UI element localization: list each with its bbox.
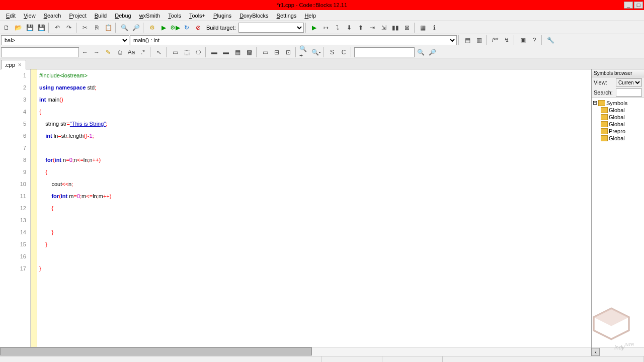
block2-icon[interactable]: ▬ [220,47,231,58]
tree-item[interactable]: Global [593,107,643,114]
tree-item[interactable]: Prepro [593,128,643,135]
zoom-in-icon[interactable]: 🔍+ [299,47,310,58]
save-icon[interactable]: 💾 [24,22,35,33]
doxy-html-icon[interactable]: ▣ [517,35,528,46]
copy-icon[interactable]: ⎘ [91,22,102,33]
loop-icon[interactable]: ⎔ [193,47,204,58]
regex-icon[interactable]: .* [137,47,148,58]
match-case-icon[interactable]: Aa [126,47,137,58]
code-area[interactable]: #include<iostream>using namespace std;in… [37,69,591,347]
symbols-tree[interactable]: ⊟ Symbols GlobalGlobalGlobalPreproGlobal [592,98,644,347]
select-icon[interactable]: ↖ [153,47,165,58]
debug-start-icon[interactable]: ▶ [309,22,320,33]
folder-icon [601,121,608,127]
menu-help[interactable]: Help [300,12,320,20]
menu-debug[interactable]: Debug [111,12,135,20]
menu-wxsmith[interactable]: wxSmith [135,12,165,20]
scrollbar-track[interactable] [312,347,591,356]
window-titlebar: *r1.cpp - Code::Blocks 12.11 _ □ [0,0,644,10]
doxy-line-icon[interactable]: ▥ [473,35,485,46]
cond-icon[interactable]: ⬚ [181,47,192,58]
highlight-icon[interactable]: ✎ [103,47,114,58]
find-icon[interactable]: 🔍 [119,22,130,33]
block1-icon[interactable]: ▬ [209,47,220,58]
menu-doxyblocks[interactable]: DoxyBlocks [235,12,272,20]
run-icon[interactable]: ▶ [158,22,169,33]
struct-c-icon[interactable]: C [338,47,349,58]
tree-item[interactable]: Global [593,121,643,128]
minimize-button[interactable]: _ [624,2,633,9]
open-file-icon[interactable]: 📂 [13,22,24,33]
search-input[interactable] [1,47,79,57]
next-instruction-icon[interactable]: ⇥ [367,22,378,33]
menu-toolsplus[interactable]: Tools+ [185,12,209,20]
run-to-cursor-icon[interactable]: ↦ [320,22,332,33]
abort-icon[interactable]: ⊘ [193,22,204,33]
scope-select[interactable]: bal> [1,35,129,45]
collapse-icon[interactable]: ⊟ [593,100,597,106]
block3-icon[interactable]: ▦ [232,47,243,58]
menu-settings[interactable]: Settings [273,12,301,20]
break-icon[interactable]: ▮▮ [390,22,401,33]
next-icon[interactable]: → [91,47,102,58]
tab-file[interactable]: .cpp × [1,60,26,69]
jump-search-icon[interactable]: 🔍 [415,47,426,58]
clear-highlight-icon[interactable]: ⎙ [114,47,125,58]
doxy-config-icon[interactable]: 🔧 [545,35,556,46]
zoom-out-icon[interactable]: 🔍- [310,47,321,58]
new-file-icon[interactable]: 🗋 [1,22,12,33]
step-into-icon[interactable]: ⬇ [344,22,355,33]
function-select[interactable]: main() : int [130,35,457,45]
menu-edit[interactable]: Edit [2,12,20,20]
symbols-search-input[interactable] [616,88,642,97]
menu-search[interactable]: Search [40,12,65,20]
view-select[interactable]: Current file [616,78,642,86]
menu-plugins[interactable]: Plugins [209,12,235,20]
save-all-icon[interactable]: 💾 [36,22,47,33]
next-line-icon[interactable]: ⤵ [332,22,343,33]
struct-s-icon[interactable]: S [327,47,338,58]
doxy-block-icon[interactable]: ▤ [462,35,473,46]
block4-icon[interactable]: ▩ [244,47,255,58]
tree-item[interactable]: Global [593,135,643,142]
paste-icon[interactable]: 📋 [103,22,114,33]
step-into-instruction-icon[interactable]: ⇲ [378,22,389,33]
continue-icon[interactable]: ⊡ [283,47,294,58]
symbols-scroll-track[interactable] [600,348,644,356]
return-icon[interactable]: ▭ [260,47,271,58]
menu-build[interactable]: Build [91,12,111,20]
maximize-button[interactable]: □ [634,2,643,9]
prev-icon[interactable]: ← [79,47,91,58]
scroll-left-icon[interactable]: ‹ [592,348,600,356]
debug-windows-icon[interactable]: ▦ [418,22,429,33]
tree-item[interactable]: Global [593,114,643,121]
info-icon[interactable]: ℹ [429,22,440,33]
step-out-icon[interactable]: ⬆ [355,22,366,33]
doxy-run-icon[interactable]: ↯ [501,35,512,46]
build-target-select[interactable] [238,23,304,33]
doxy-chm-icon[interactable]: ? [529,35,540,46]
symbols-horizontal-scrollbar[interactable]: ‹ [592,347,644,356]
editor-horizontal-scrollbar[interactable] [0,347,591,356]
cut-icon[interactable]: ✂ [79,22,91,33]
break-block-icon[interactable]: ⊟ [271,47,282,58]
build-run-icon[interactable]: ⚙▶ [170,22,181,33]
menu-view[interactable]: View [20,12,40,20]
replace-icon[interactable]: 🔎 [130,22,141,33]
jump-input[interactable] [354,47,415,57]
rebuild-icon[interactable]: ↻ [181,22,192,33]
instr-icon[interactable]: ▭ [170,47,181,58]
build-icon[interactable]: ⚙ [146,22,157,33]
code-editor[interactable]: 1234567891011121314151617 #include<iostr… [0,69,591,356]
redo-icon[interactable]: ↷ [63,22,74,33]
folder-icon [598,100,605,106]
jump-options-icon[interactable]: 🔎 [427,47,438,58]
menu-project[interactable]: Project [65,12,91,20]
close-tab-icon[interactable]: × [17,61,23,68]
tree-root[interactable]: ⊟ Symbols [593,99,643,107]
undo-icon[interactable]: ↶ [52,22,63,33]
menu-tools[interactable]: Tools [164,12,185,20]
scrollbar-thumb[interactable] [0,347,312,355]
doxy-comment-icon[interactable]: /** [490,35,501,46]
stop-debug-icon[interactable]: ⊠ [401,22,413,33]
